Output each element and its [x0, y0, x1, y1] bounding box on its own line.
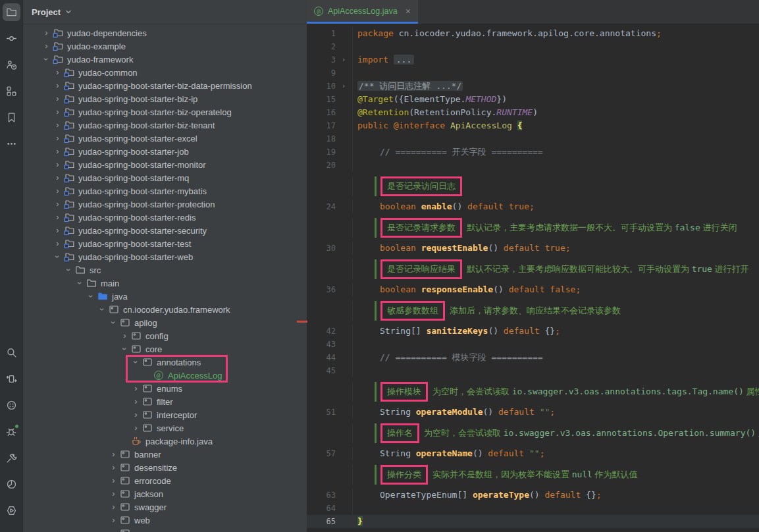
tree-item-yudao-spring-boot-starter-biz-data-permission[interactable]: ›yudao-spring-boot-starter-biz-data-perm…	[23, 79, 307, 92]
project-folder-icon[interactable]	[3, 3, 20, 21]
tree-toggle-icon[interactable]: ›	[97, 303, 108, 316]
code-line-20[interactable]: 20	[307, 159, 759, 172]
tree-item-yudao-spring-boot-starter-redis[interactable]: ›yudao-spring-boot-starter-redis	[23, 211, 307, 224]
tree-toggle-icon[interactable]: ›	[130, 421, 142, 435]
tree-toggle-icon[interactable]: ›	[52, 250, 63, 263]
tree-item-interceptor[interactable]: ›interceptor	[23, 408, 307, 421]
fold-chevron-icon[interactable]: ›	[336, 80, 352, 93]
tree-toggle-icon[interactable]: ›	[119, 342, 130, 356]
tree-toggle-icon[interactable]: ›	[74, 277, 86, 290]
profiler-icon[interactable]	[3, 475, 20, 493]
tree-toggle-icon[interactable]: ›	[52, 224, 63, 237]
debug-icon[interactable]	[3, 423, 20, 440]
tree-toggle-icon[interactable]: ›	[130, 395, 142, 408]
tree-toggle-icon[interactable]: ›	[52, 66, 63, 79]
tree-toggle-icon[interactable]: ›	[108, 500, 119, 514]
code-line-1[interactable]: 1package cn.iocoder.yudao.framework.apil…	[307, 27, 759, 40]
tree-toggle-icon[interactable]: ›	[52, 158, 63, 171]
tree-toggle-icon[interactable]: ›	[63, 263, 74, 277]
tree-item-swagger[interactable]: ›swagger	[23, 500, 307, 514]
tree-toggle-icon[interactable]: ›	[52, 145, 63, 158]
code-line-16[interactable]: 16@Retention(RetentionPolicy.RUNTIME)	[307, 106, 759, 119]
code-line-45[interactable]: 45	[307, 364, 759, 377]
tree-item-yudao-spring-boot-starter-web[interactable]: ›yudao-spring-boot-starter-web	[23, 250, 307, 263]
tree-item-xss[interactable]: ›xss	[23, 527, 307, 532]
code-line-19[interactable]: 19// ========== 开关字段 ==========	[307, 146, 759, 159]
tree-item-yudao-spring-boot-starter-monitor[interactable]: ›yudao-spring-boot-starter-monitor	[23, 158, 307, 171]
run-icon[interactable]	[3, 502, 20, 519]
tree-toggle-icon[interactable]: ›	[52, 184, 63, 198]
tree-item-jackson[interactable]: ›jackson	[23, 487, 307, 500]
code-line-2[interactable]: 2	[307, 40, 759, 53]
tree-item-desensitize[interactable]: ›desensitize	[23, 461, 307, 474]
tree-item-web[interactable]: ›web	[23, 514, 307, 527]
code-line-36[interactable]: 36boolean responseEnable() default false…	[307, 283, 759, 296]
run-anything-icon[interactable]	[3, 370, 20, 388]
tree-toggle-icon[interactable]: ›	[130, 356, 142, 369]
code-line-64[interactable]: 64	[307, 502, 759, 515]
tree-item-apilog[interactable]: ›apilog	[23, 316, 307, 329]
tree-toggle-icon[interactable]: ›	[130, 382, 142, 395]
code-line-9[interactable]: 9	[307, 66, 759, 80]
tree-item-yudao-spring-boot-starter-job[interactable]: ›yudao-spring-boot-starter-job	[23, 145, 307, 158]
tree-item-src[interactable]: ›src	[23, 263, 307, 277]
code-with-me-icon[interactable]	[3, 56, 20, 74]
tree-toggle-icon[interactable]: ›	[52, 198, 63, 211]
tree-toggle-icon[interactable]: ›	[108, 316, 119, 329]
bookmarks-icon[interactable]	[3, 109, 20, 126]
tree-toggle-icon[interactable]: ›	[52, 119, 63, 132]
tree-toggle-icon[interactable]: ›	[41, 40, 52, 53]
tree-toggle-icon[interactable]: ›	[52, 105, 63, 119]
tree-item-core[interactable]: ›core	[23, 342, 307, 356]
search-icon[interactable]	[3, 344, 20, 361]
code-line-10[interactable]: 10›/** 访问日志注解 ...*/	[307, 80, 759, 93]
code-line-17[interactable]: 17public @interface ApiAccessLog {	[307, 119, 759, 132]
code-line-24[interactable]: 24boolean enable() default true;	[307, 200, 759, 213]
code-editor[interactable]: 1package cn.iocoder.yudao.framework.apil…	[307, 24, 759, 532]
tree-toggle-icon[interactable]: ›	[108, 487, 119, 500]
tree-item-errorcode[interactable]: ›errorcode	[23, 474, 307, 487]
tree-item-yudao-spring-boot-starter-mq[interactable]: ›yudao-spring-boot-starter-mq	[23, 171, 307, 184]
build-icon[interactable]	[3, 449, 20, 467]
tree-toggle-icon[interactable]: ›	[108, 448, 119, 461]
tree-item-yudao-spring-boot-starter-biz-operatelog[interactable]: ›yudao-spring-boot-starter-biz-operatelo…	[23, 105, 307, 119]
code-line-30[interactable]: 30boolean requestEnable() default true;	[307, 242, 759, 255]
tree-item-yudao-spring-boot-starter-biz-tenant[interactable]: ›yudao-spring-boot-starter-biz-tenant	[23, 119, 307, 132]
code-line-51[interactable]: 51String operateModule() default "";	[307, 406, 759, 419]
tree-item-enums[interactable]: ›enums	[23, 382, 307, 395]
tree-item-filter[interactable]: ›filter	[23, 395, 307, 408]
code-line-3[interactable]: 3›import ...	[307, 53, 759, 66]
tree-item-yudao-spring-boot-starter-protection[interactable]: ›yudao-spring-boot-starter-protection	[23, 198, 307, 211]
code-line-15[interactable]: 15@Target({ElementType.METHOD})	[307, 93, 759, 106]
tree-item-package-info-java[interactable]: package-info.java	[23, 435, 307, 448]
tree-item-yudao-spring-boot-starter-test[interactable]: ›yudao-spring-boot-starter-test	[23, 237, 307, 250]
fold-chevron-icon[interactable]: ›	[336, 53, 352, 66]
commit-icon[interactable]	[3, 30, 20, 47]
tree-toggle-icon[interactable]: ›	[108, 514, 119, 527]
code-line-42[interactable]: 42String[] sanitizeKeys() default {};	[307, 325, 759, 338]
code-line-44[interactable]: 44// ========== 模块字段 ==========	[307, 351, 759, 364]
tab-apiaccesslog-java[interactable]: @ ApiAccessLog.java ×	[307, 0, 418, 24]
tree-item-yudao-example[interactable]: ›yudao-example	[23, 40, 307, 53]
tree-toggle-icon[interactable]: ›	[108, 527, 119, 532]
tree-toggle-icon[interactable]: ›	[52, 211, 63, 224]
tree-toggle-icon[interactable]: ›	[41, 26, 52, 40]
tree-toggle-icon[interactable]: ›	[108, 474, 119, 487]
tree-item-cn-iocoder-yudao-framework[interactable]: ›cn.iocoder.yudao.framework	[23, 303, 307, 316]
code-line-63[interactable]: 63OperateTypeEnum[] operateType() defaul…	[307, 489, 759, 502]
code-line-57[interactable]: 57String operateName() default "";	[307, 447, 759, 460]
services-icon[interactable]	[3, 396, 20, 414]
tree-toggle-icon[interactable]: ›	[52, 79, 63, 92]
tree-item-service[interactable]: ›service	[23, 421, 307, 435]
tree-toggle-icon[interactable]: ›	[119, 329, 130, 342]
tree-toggle-icon[interactable]: ›	[52, 237, 63, 250]
project-panel-header[interactable]: Project	[23, 0, 307, 24]
tree-toggle-icon[interactable]: ›	[52, 92, 63, 105]
tree-toggle-icon[interactable]: ›	[52, 132, 63, 145]
code-line-65[interactable]: 65}	[307, 515, 759, 528]
tree-toggle-icon[interactable]: ›	[108, 461, 119, 474]
code-line-18[interactable]: 18	[307, 132, 759, 146]
tree-item-config[interactable]: ›config	[23, 329, 307, 342]
tree-item-annotations[interactable]: ›annotations	[23, 356, 307, 369]
tree-item-yudao-spring-boot-starter-biz-ip[interactable]: ›yudao-spring-boot-starter-biz-ip	[23, 92, 307, 105]
